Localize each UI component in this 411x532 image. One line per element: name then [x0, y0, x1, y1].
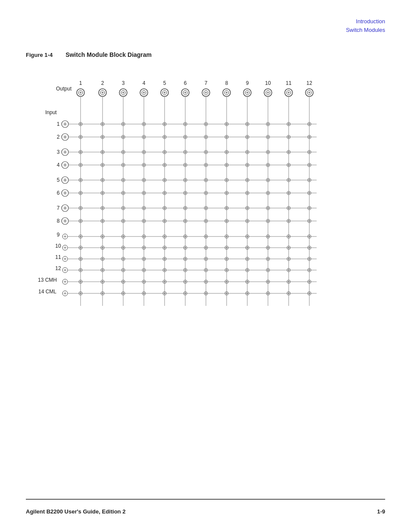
svg-text:6: 6	[184, 80, 187, 86]
nav-switch-modules[interactable]: Switch Modules	[346, 26, 385, 34]
svg-text:5: 5	[163, 80, 166, 86]
svg-text:9: 9	[246, 80, 249, 86]
svg-text:6: 6	[57, 190, 60, 196]
svg-text:12: 12	[306, 80, 312, 86]
diagram-svg: Output 1 2 3 4 5 6 7 8 9 10 11 12	[34, 67, 388, 317]
footer-title: Agilent B2200 User's Guide, Edition 2	[26, 508, 125, 515]
svg-text:13 CMH: 13 CMH	[38, 277, 57, 283]
svg-text:2: 2	[101, 80, 104, 86]
svg-text:10: 10	[55, 243, 61, 249]
svg-text:4: 4	[143, 80, 146, 86]
svg-text:2: 2	[57, 134, 60, 140]
svg-text:10: 10	[265, 80, 271, 86]
svg-text:11: 11	[55, 254, 61, 260]
figure-section: Figure 1-4 Switch Module Block Diagram	[26, 51, 385, 499]
page-container: Introduction Switch Modules Figure 1-4 S…	[0, 0, 411, 532]
footer-page: 1-9	[377, 508, 385, 515]
svg-text:4: 4	[57, 162, 60, 168]
svg-text:11: 11	[286, 80, 292, 86]
svg-text:12: 12	[55, 265, 61, 271]
input-label: Input	[45, 109, 57, 115]
output-label: Output	[56, 86, 72, 92]
figure-label: Figure 1-4	[26, 52, 53, 58]
svg-text:1: 1	[79, 80, 82, 86]
svg-text:5: 5	[57, 177, 60, 183]
svg-text:7: 7	[205, 80, 208, 86]
svg-text:3: 3	[57, 149, 60, 155]
svg-text:3: 3	[122, 80, 125, 86]
figure-title-row: Figure 1-4 Switch Module Block Diagram	[26, 51, 385, 58]
svg-text:9: 9	[57, 232, 60, 238]
svg-text:14 CML: 14 CML	[38, 289, 56, 295]
nav-introduction[interactable]: Introduction	[356, 17, 385, 26]
footer-section: Agilent B2200 User's Guide, Edition 2 1-…	[26, 499, 385, 515]
svg-text:8: 8	[225, 80, 228, 86]
figure-caption: Switch Module Block Diagram	[65, 51, 152, 58]
svg-text:8: 8	[57, 218, 60, 224]
header-nav: Introduction Switch Modules	[26, 17, 385, 34]
svg-text:1: 1	[57, 121, 60, 127]
svg-text:7: 7	[57, 205, 60, 211]
diagram-wrapper: Output 1 2 3 4 5 6 7 8 9 10 11 12	[34, 67, 385, 317]
